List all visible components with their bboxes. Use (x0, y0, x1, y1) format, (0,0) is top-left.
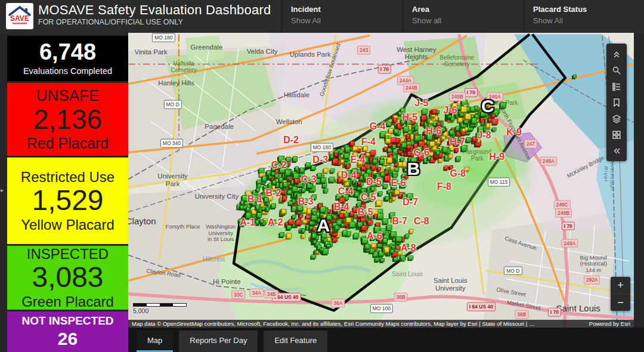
scale-bar: 5,000 (133, 303, 187, 314)
zone-label-a-2: A-2 (268, 217, 283, 228)
zone-label-d-4: D-4 (341, 170, 357, 181)
zone-label-f-8: F-8 (437, 181, 451, 192)
indicator-unsafe-red-placard: UNSAFE 2,136 Red Placard (7, 83, 128, 156)
bottom-tab-bar: Map Reports Per Day Edit Feature (128, 328, 644, 352)
collapse-up-icon[interactable] (606, 46, 627, 62)
save-logo: SAVE (6, 3, 33, 29)
zone-label-f-4: F-4 (361, 137, 376, 147)
header-filters: Incident Show All Area Show all Placard … (281, 0, 644, 33)
area-letter-a: A (317, 215, 330, 236)
indicator-restricted-yellow-placard: Restricted Use 1,529 Yellow Placard (7, 158, 128, 244)
scale-bar-segments (133, 303, 187, 307)
bookmarks-icon[interactable] (606, 94, 627, 110)
zone-label-g-6: G-6 (413, 147, 429, 158)
tab-reports-per-day[interactable]: Reports Per Day (179, 331, 258, 352)
zone-label-a-1: A-1 (240, 217, 255, 228)
zone-label-a-6: A-6 (367, 231, 382, 242)
zone-label-b-2: B-2 (265, 188, 281, 199)
indicator-not-inspected: NOT INSPECTED 26 (7, 311, 128, 352)
scale-label: 5,000 (133, 307, 187, 314)
svg-text:SAVE: SAVE (10, 14, 29, 23)
zone-label-c-5: C-5 (361, 192, 376, 203)
zone-label-c-3: C-3 (301, 174, 317, 185)
dashboard-root: { "header": { "logo_text": "SAVE", "titl… (0, 0, 644, 352)
house-icon: SAVE (8, 5, 32, 27)
filter-incident[interactable]: Incident Show All (281, 0, 402, 33)
expand-panel-arrow-icon[interactable]: ▸ (1, 187, 4, 193)
page-subtitle: FOR OPERATIONAL/OFFICIAL USE ONLY (38, 18, 271, 26)
zone-label-h-5: H-5 (402, 112, 417, 123)
zone-label-j-6: J-6 (444, 105, 457, 116)
zone-label-b-3: B-3 (298, 196, 314, 207)
zone-label-d-5: D-5 (366, 177, 382, 187)
zone-label-b-7: B-7 (392, 216, 407, 227)
powered-by-esri: Powered by Esri (589, 320, 630, 327)
zone-label-b-1: B-1 (247, 194, 263, 205)
tab-edit-feature[interactable]: Edit Feature (264, 331, 327, 352)
area-letter-b: B (407, 159, 420, 179)
indicator-inspected-green-placard: INSPECTED 3,083 Green Placard (7, 246, 128, 310)
indicator-evaluations-completed: 6,748 Evaluations Completed (7, 36, 128, 81)
map-canvas[interactable]: Vinita ParkGreendaleVelda CityUplands Pa… (128, 33, 634, 328)
collapse-left-icon[interactable] (606, 143, 627, 159)
filter-area[interactable]: Area Show all (402, 0, 523, 33)
zone-label-h-9: H-9 (489, 152, 504, 162)
zone-label-c-2: C-2 (271, 160, 287, 171)
zoom-controls: + − (611, 277, 630, 311)
zoom-in-button[interactable]: + (611, 277, 630, 294)
zoom-out-button[interactable]: − (611, 294, 630, 311)
tab-map[interactable]: Map (137, 331, 173, 352)
zone-label-k-9: K-9 (506, 127, 522, 138)
filter-placard-status[interactable]: Placard Status Show All (523, 0, 644, 33)
header-bar: SAVE MOSAVE Safety Evaluation Dashboard … (0, 0, 644, 33)
zone-label-g-8: G-8 (450, 168, 466, 179)
zone-label-d-7: D-7 (402, 197, 418, 208)
zone-label-d-2: D-2 (283, 135, 299, 146)
zone-label-c-8: C-8 (414, 216, 429, 227)
search-icon[interactable] (606, 62, 627, 78)
attribution-text: Map data © OpenStreetMap contributors, M… (132, 320, 534, 327)
map-tools-panel (606, 44, 627, 161)
page-title: MOSAVE Safety Evaluation Dashboard (38, 2, 271, 17)
zone-label-a-8: A-8 (401, 243, 416, 254)
title-block: MOSAVE Safety Evaluation Dashboard FOR O… (38, 0, 271, 33)
zone-label-h-7: H-7 (450, 137, 465, 147)
area-letter-c: C (481, 96, 494, 116)
zone-labels-layer: A-1A-2A-6A-8B-1B-2B-3B-4B-5B-7C-2C-3C-4C… (128, 33, 634, 328)
zone-label-g-4: G-4 (370, 121, 386, 132)
zone-label-d-3: D-3 (312, 155, 328, 165)
stats-sidebar: 6,748 Evaluations Completed UNSAFE 2,136… (7, 33, 128, 352)
zone-label-h-6: H-6 (426, 126, 441, 137)
zone-label-j-5: J-5 (414, 98, 428, 109)
zone-label-j-8: J-8 (477, 130, 491, 141)
zone-label-e-6: E-6 (391, 178, 405, 189)
layers-icon[interactable] (606, 110, 627, 126)
legend-icon[interactable] (606, 78, 627, 94)
map-attribution-bar: Map data © OpenStreetMap contributors, M… (128, 320, 634, 328)
zone-label-c-4: C-4 (338, 186, 354, 197)
zone-label-b-4: B-4 (334, 202, 349, 212)
left-rail: ▸ (0, 33, 7, 352)
zone-label-b-5: B-5 (358, 207, 373, 218)
zone-label-e-4: E-4 (351, 155, 366, 165)
basemap-gallery-icon[interactable] (606, 126, 627, 143)
